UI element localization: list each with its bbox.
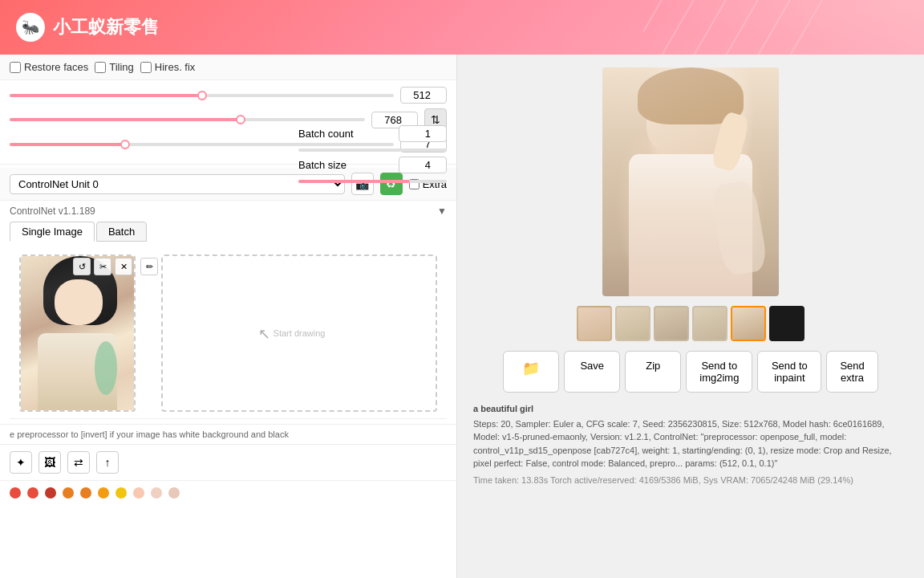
tiling-checkbox[interactable] [95, 62, 106, 73]
hires-fix-label: Hires. fix [155, 61, 196, 73]
rotate-image-button[interactable]: ↺ [73, 258, 91, 275]
dot-3[interactable] [45, 487, 56, 499]
generation-details: Steps: 20, Sampler: Euler a, CFG scale: … [473, 417, 908, 470]
dot-7[interactable] [116, 487, 127, 499]
controlnet-content: ControlNet v1.1.189 ▼ Single Image Batch [0, 201, 456, 425]
folder-icon: 📁 [522, 360, 540, 377]
close-image-button[interactable]: ✕ [115, 258, 132, 275]
thumbnail-4[interactable] [692, 306, 727, 341]
hires-fix-option[interactable]: Hires. fix [140, 61, 196, 73]
left-panel: Restore faces Tiling Hires. fix 512 [0, 55, 457, 578]
thumbnail-6-black[interactable] [769, 306, 804, 341]
image-tabs: Single Image Batch [10, 222, 447, 242]
side-tool: ✏ [140, 258, 158, 275]
restore-faces-option[interactable]: Restore faces [10, 61, 88, 73]
width-row: 512 [10, 87, 447, 104]
cfg-slider-fill [10, 143, 125, 146]
generated-image-container [470, 67, 911, 296]
options-toolbar: Restore faces Tiling Hires. fix [0, 55, 456, 80]
dot-4[interactable] [63, 487, 74, 499]
header-decoration [643, 0, 924, 55]
uploaded-image-box [19, 254, 136, 412]
app-header: 🐜 小工蚁新零售 [0, 0, 924, 55]
send-extra-label: Sendextra [840, 360, 864, 384]
dot-1[interactable] [10, 487, 21, 499]
batch-count-label: Batch count [298, 128, 354, 140]
drop-text: Start drawing [274, 328, 326, 338]
image-drop-area[interactable]: Start drawing ↖ [161, 254, 437, 412]
thumbnail-3[interactable] [654, 306, 689, 341]
save-folder-button[interactable]: 📁 [503, 351, 559, 393]
batch-count-input[interactable]: 1 [399, 125, 447, 142]
image-toolbar: ↺ ✂ ✕ [73, 258, 132, 275]
cfg-slider-thumb [120, 140, 130, 149]
dots-row [0, 481, 456, 505]
batch-count-slider[interactable] [298, 149, 447, 152]
hires-fix-checkbox[interactable] [140, 62, 152, 73]
restore-faces-label: Restore faces [24, 61, 88, 73]
dot-10[interactable] [168, 487, 180, 499]
height-slider-fill [10, 118, 241, 121]
thumbnail-1[interactable] [577, 306, 612, 341]
batch-count-row: Batch count 1 [298, 125, 447, 142]
restore-faces-checkbox[interactable] [10, 62, 21, 73]
collapse-arrow[interactable]: ▼ [437, 206, 447, 217]
thumbnail-2[interactable] [615, 306, 650, 341]
send-extra-button[interactable]: Sendextra [826, 351, 877, 393]
width-slider-track[interactable] [10, 94, 394, 97]
thumbnails-row [470, 306, 911, 341]
batch-size-slider[interactable] [298, 180, 447, 183]
send-img2img-button[interactable]: Send toimg2img [686, 351, 752, 393]
save-label: Save [580, 360, 604, 372]
controlnet-select[interactable]: ControlNet Unit 0 [10, 174, 345, 194]
zip-button[interactable]: Zip [625, 351, 681, 393]
send-inpaint-label: Send toinpaint [772, 360, 808, 384]
time-taken: Time taken: 13.83s Torch active/reserved… [473, 474, 908, 487]
batch-size-input[interactable]: 4 [399, 157, 447, 173]
app-icon: 🐜 [16, 13, 45, 42]
dimensions-area: 512 768 ⇅ 7 [0, 80, 456, 165]
controlnet-version-text: ControlNet v1.1.189 [10, 206, 95, 217]
height-slider-track[interactable] [10, 118, 365, 121]
tiling-option[interactable]: Tiling [95, 61, 134, 73]
batch-size-row: Batch size 4 [298, 157, 447, 173]
preprocess-text: e preprocessor to [invert] if your image… [0, 425, 456, 445]
action-buttons: 📁 Save Zip Send toimg2img Send toinpaint… [470, 351, 911, 393]
send-img2img-label: Send toimg2img [699, 360, 739, 384]
dot-6[interactable] [98, 487, 109, 499]
upload-button[interactable]: ↑ [96, 451, 119, 474]
controlnet-version-row: ControlNet v1.1.189 ▼ [10, 206, 447, 217]
send-inpaint-button[interactable]: Send toinpaint [757, 351, 821, 393]
tab-batch[interactable]: Batch [96, 222, 147, 242]
cursor-icon: ↖ [258, 325, 270, 343]
dot-8[interactable] [133, 487, 144, 499]
width-input[interactable]: 512 [400, 87, 447, 104]
image-person [602, 67, 779, 296]
height-slider-thumb [236, 115, 245, 124]
width-slider-thumb [197, 91, 207, 100]
batch-size-label: Batch size [298, 159, 346, 171]
width-slider-fill [10, 94, 202, 97]
right-panel: 📁 Save Zip Send toimg2img Send toinpaint… [457, 55, 924, 578]
crop-image-button[interactable]: ✂ [94, 258, 111, 275]
dot-5[interactable] [80, 487, 91, 499]
tiling-label: Tiling [109, 61, 134, 73]
image-upload-area: ↺ ✂ ✕ ✏ Start drawing ↖ [10, 248, 447, 419]
transfer-button[interactable]: ⇄ [67, 451, 90, 474]
image-button[interactable]: 🖼 [38, 451, 61, 474]
generated-image [602, 67, 779, 296]
zip-label: Zip [646, 360, 660, 372]
edit-image-button[interactable]: ✏ [140, 258, 158, 275]
info-area: a beautiful girl Steps: 20, Sampler: Eul… [470, 402, 911, 486]
prompt-text: a beautiful girl [473, 402, 908, 416]
thumbnail-5-active[interactable] [731, 306, 766, 341]
main-layout: Restore faces Tiling Hires. fix 512 [0, 55, 924, 578]
tab-single-image[interactable]: Single Image [10, 222, 95, 242]
save-button[interactable]: Save [564, 351, 620, 393]
wand-button[interactable]: ✦ [10, 451, 32, 474]
bottom-toolbar: ✦ 🖼 ⇄ ↑ [0, 445, 456, 481]
dot-9[interactable] [151, 487, 162, 499]
app-title: 🐜 小工蚁新零售 [16, 13, 159, 42]
dot-2[interactable] [27, 487, 38, 499]
